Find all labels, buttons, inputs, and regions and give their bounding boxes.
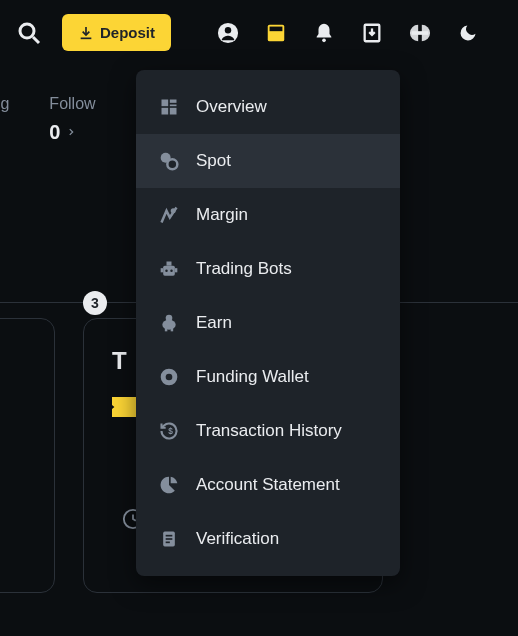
download-app-icon[interactable] <box>357 18 387 48</box>
follow-count: 0 <box>49 121 95 144</box>
search-icon[interactable] <box>14 18 44 48</box>
svg-point-20 <box>165 269 168 272</box>
grid-icon <box>158 96 180 118</box>
menu-label: Overview <box>196 97 267 117</box>
menu-label: Transaction History <box>196 421 342 441</box>
menu-item-funding-wallet[interactable]: Funding Wallet <box>136 350 400 404</box>
svg-rect-32 <box>166 535 173 537</box>
svg-point-3 <box>225 27 231 33</box>
svg-text:$: $ <box>168 426 173 436</box>
spot-icon <box>158 150 180 172</box>
svg-rect-8 <box>412 31 429 35</box>
menu-label: Spot <box>196 151 231 171</box>
svg-rect-27 <box>171 328 174 331</box>
follow-block[interactable]: Follow 0 <box>49 95 95 144</box>
svg-point-6 <box>322 38 326 42</box>
svg-rect-10 <box>162 100 169 107</box>
menu-label: Margin <box>196 205 248 225</box>
svg-point-17 <box>171 208 176 213</box>
svg-rect-5 <box>270 26 283 31</box>
pie-icon <box>158 474 180 496</box>
menu-label: Trading Bots <box>196 259 292 279</box>
follow-label: Follow <box>49 95 95 113</box>
svg-rect-19 <box>167 262 172 266</box>
svg-point-29 <box>166 374 173 381</box>
svg-rect-33 <box>166 538 173 540</box>
menu-item-margin[interactable]: Margin <box>136 188 400 242</box>
menu-item-account-statement[interactable]: Account Statement <box>136 458 400 512</box>
deposit-label: Deposit <box>100 24 155 41</box>
svg-rect-12 <box>170 105 177 107</box>
svg-rect-13 <box>162 108 169 115</box>
download-icon <box>78 25 94 41</box>
card-previous[interactable] <box>0 318 55 593</box>
svg-line-1 <box>33 37 39 43</box>
chevron-right-icon <box>66 126 76 140</box>
bot-icon <box>158 258 180 280</box>
bell-icon[interactable] <box>309 18 339 48</box>
svg-rect-22 <box>161 268 164 272</box>
document-icon <box>158 528 180 550</box>
topbar: Deposit <box>0 0 518 65</box>
menu-item-trading-bots[interactable]: Trading Bots <box>136 242 400 296</box>
svg-point-0 <box>20 24 34 38</box>
menu-label: Funding Wallet <box>196 367 309 387</box>
menu-label: Earn <box>196 313 232 333</box>
menu-item-transaction-history[interactable]: $ Transaction History <box>136 404 400 458</box>
menu-item-earn[interactable]: Earn <box>136 296 400 350</box>
svg-rect-34 <box>166 542 170 544</box>
svg-rect-26 <box>165 328 168 331</box>
globe-icon[interactable] <box>405 18 435 48</box>
deposit-button[interactable]: Deposit <box>62 14 171 51</box>
wallet-dropdown: Overview Spot Margin <box>136 70 400 576</box>
moon-icon[interactable] <box>453 18 483 48</box>
menu-item-overview[interactable]: Overview <box>136 80 400 134</box>
svg-point-16 <box>167 159 177 169</box>
menu-item-verification[interactable]: Verification <box>136 512 400 566</box>
menu-label: Verification <box>196 529 279 549</box>
profile-icon[interactable] <box>213 18 243 48</box>
svg-point-21 <box>170 269 173 272</box>
svg-rect-14 <box>170 108 177 115</box>
truncated-label: ving <box>0 95 9 144</box>
menu-label: Account Statement <box>196 475 340 495</box>
piggy-icon <box>158 312 180 334</box>
svg-rect-11 <box>170 100 177 103</box>
wallet-icon[interactable] <box>261 18 291 48</box>
svg-rect-18 <box>163 266 175 276</box>
history-icon: $ <box>158 420 180 442</box>
svg-rect-23 <box>175 268 178 272</box>
funding-icon <box>158 366 180 388</box>
menu-item-spot[interactable]: Spot <box>136 134 400 188</box>
margin-icon <box>158 204 180 226</box>
svg-point-25 <box>166 315 173 322</box>
step-badge: 3 <box>83 291 107 315</box>
